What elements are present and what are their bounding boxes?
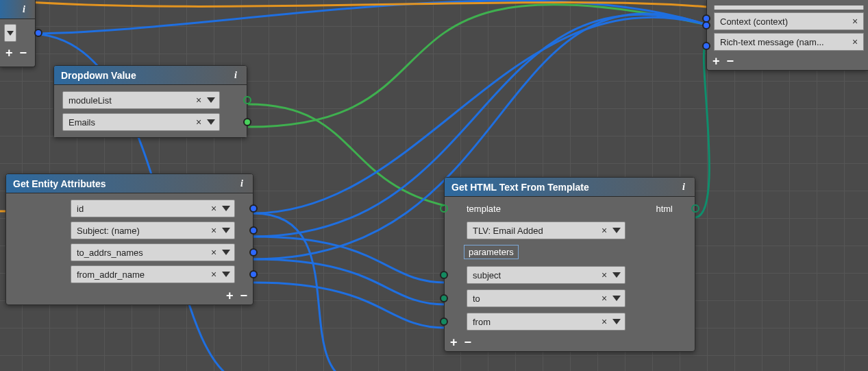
slot-field[interactable]: Context (context) × xyxy=(714,12,864,30)
template-port-label: template xyxy=(451,204,501,214)
info-icon[interactable]: i xyxy=(18,4,29,15)
field-value: subject xyxy=(473,270,501,280)
param-input-port[interactable] xyxy=(440,294,448,302)
node-title[interactable]: i xyxy=(0,0,35,19)
node-get-html-text-from-template[interactable]: Get HTML Text From Template i template h… xyxy=(444,177,695,352)
remove-button[interactable]: − xyxy=(240,291,247,300)
clear-icon[interactable]: × xyxy=(208,266,219,283)
chevron-down-icon[interactable] xyxy=(611,267,622,283)
field-value: moduleList xyxy=(69,95,112,106)
parameter-field[interactable]: subject × xyxy=(467,266,625,284)
output-port[interactable] xyxy=(243,118,251,126)
field-value: Emails xyxy=(69,117,95,128)
remove-button[interactable]: − xyxy=(727,56,734,66)
clear-icon[interactable]: × xyxy=(599,222,610,239)
node-get-entity-attributes[interactable]: Get Entity Attributes i entity id × Subj… xyxy=(5,173,253,305)
field-value: from xyxy=(473,317,491,327)
node-graph-canvas[interactable]: i + − Context (context) xyxy=(0,0,868,371)
output-port[interactable] xyxy=(249,248,258,256)
param-input-port[interactable] xyxy=(440,318,448,326)
add-button[interactable]: + xyxy=(5,48,13,58)
chevron-down-icon[interactable] xyxy=(221,244,232,261)
clear-icon[interactable]: × xyxy=(599,267,610,283)
chevron-down-icon[interactable] xyxy=(611,313,622,330)
html-port-label: html xyxy=(656,204,688,214)
output-port[interactable] xyxy=(249,204,258,213)
output-port[interactable] xyxy=(249,270,258,278)
chevron-down-icon[interactable] xyxy=(221,266,232,283)
attribute-field[interactable]: from_addr_name × xyxy=(71,265,235,283)
remove-button[interactable]: − xyxy=(20,48,27,58)
remove-button[interactable]: − xyxy=(464,337,472,347)
node-title-text: Get Entity Attributes xyxy=(13,178,106,189)
attribute-field[interactable]: to_addrs_names × xyxy=(71,243,235,261)
parameters-section-label: parameters xyxy=(464,245,519,259)
clear-icon[interactable]: × xyxy=(599,290,610,307)
clear-icon[interactable]: × xyxy=(850,34,860,50)
dropdown-field[interactable] xyxy=(4,24,16,42)
attribute-field[interactable]: Subject: (name) × xyxy=(71,222,235,239)
dropdown-field[interactable]: moduleList × xyxy=(62,91,220,109)
field-value: to xyxy=(473,294,480,304)
slot-label: Context (context) xyxy=(720,16,788,27)
chevron-down-icon[interactable] xyxy=(206,92,216,108)
node-partial-top-left[interactable]: i + − xyxy=(0,0,36,67)
parameter-field[interactable]: from × xyxy=(467,313,625,331)
node-partial-right[interactable]: Context (context) × Rich-text message (n… xyxy=(706,0,868,71)
info-icon[interactable]: i xyxy=(236,178,247,189)
chevron-down-icon[interactable] xyxy=(5,31,16,36)
field-value: Subject: (name) xyxy=(77,226,140,236)
chevron-down-icon[interactable] xyxy=(221,222,232,239)
parameter-field[interactable]: to × xyxy=(467,289,625,307)
chevron-down-icon[interactable] xyxy=(611,290,622,307)
field-value: to_addrs_names xyxy=(77,248,143,258)
chevron-down-icon[interactable] xyxy=(221,200,232,217)
clear-icon[interactable]: × xyxy=(193,114,204,130)
output-port[interactable] xyxy=(243,96,251,104)
clear-icon[interactable]: × xyxy=(599,313,610,330)
clear-icon[interactable]: × xyxy=(208,200,219,217)
attribute-field[interactable]: id × xyxy=(71,200,235,217)
chevron-down-icon[interactable] xyxy=(206,114,216,130)
param-input-port[interactable] xyxy=(440,271,448,279)
chevron-down-icon[interactable] xyxy=(611,222,622,239)
html-output-port[interactable] xyxy=(691,204,699,213)
slot-field[interactable]: Rich-text message (nam... × xyxy=(714,33,864,51)
clear-icon[interactable]: × xyxy=(193,92,204,108)
field-value: id xyxy=(77,204,84,214)
node-title[interactable]: Get Entity Attributes i xyxy=(6,174,253,193)
clear-icon[interactable]: × xyxy=(208,244,219,261)
dropdown-field[interactable]: Emails × xyxy=(62,113,220,131)
add-button[interactable]: + xyxy=(450,337,458,347)
field-value: from_addr_name xyxy=(77,270,145,280)
node-title[interactable]: Dropdown Value i xyxy=(54,66,247,85)
info-icon[interactable]: i xyxy=(230,70,241,81)
node-dropdown-value[interactable]: Dropdown Value i moduleList × Emails × xyxy=(53,65,247,138)
template-input-port[interactable] xyxy=(440,204,448,213)
input-port[interactable] xyxy=(702,21,710,29)
slot-label: Rich-text message (nam... xyxy=(720,37,824,47)
clear-icon[interactable]: × xyxy=(208,222,219,239)
template-select-field[interactable]: TLV: Email Added × xyxy=(467,222,625,239)
node-title-text: Get HTML Text From Template xyxy=(451,182,589,193)
add-button[interactable]: + xyxy=(226,291,234,300)
input-port[interactable] xyxy=(702,42,710,50)
field-value: TLV: Email Added xyxy=(473,226,543,236)
clear-icon[interactable]: × xyxy=(850,13,860,29)
node-title-text: Dropdown Value xyxy=(61,70,136,81)
node-title[interactable]: Get HTML Text From Template i xyxy=(445,178,695,197)
output-port[interactable] xyxy=(249,226,258,235)
output-port[interactable] xyxy=(34,29,42,37)
add-button[interactable]: + xyxy=(712,56,720,66)
node-footer-controls: + − xyxy=(0,47,35,62)
info-icon[interactable]: i xyxy=(678,182,689,193)
